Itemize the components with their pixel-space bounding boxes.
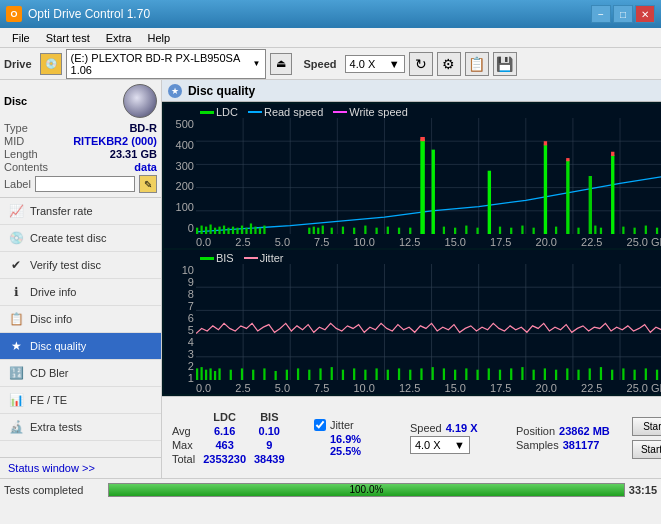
bis-legend-jitter: Jitter bbox=[244, 252, 284, 264]
position-section: Position 23862 MB Samples 381177 bbox=[516, 425, 626, 451]
svg-rect-13 bbox=[196, 228, 198, 234]
minimize-button[interactable]: − bbox=[591, 5, 611, 23]
position-value: 23862 MB bbox=[559, 425, 610, 437]
fe-te-icon: 📊 bbox=[8, 392, 24, 408]
refresh-button[interactable]: ↻ bbox=[409, 52, 433, 76]
menu-bar: File Start test Extra Help bbox=[0, 28, 661, 48]
svg-rect-110 bbox=[488, 368, 490, 380]
label-edit-button[interactable]: ✎ bbox=[139, 175, 157, 193]
create-disc-label: Create test disc bbox=[30, 232, 106, 244]
disc-quality-icon: ★ bbox=[8, 338, 24, 354]
svg-rect-109 bbox=[476, 370, 478, 380]
status-window-button[interactable]: Status window >> bbox=[0, 457, 161, 478]
title-bar: O Opti Drive Control 1.70 − □ ✕ bbox=[0, 0, 661, 28]
settings-button[interactable]: ⚙ bbox=[437, 52, 461, 76]
svg-rect-94 bbox=[308, 370, 310, 380]
position-label: Position bbox=[516, 425, 555, 437]
speed-stat-dropdown[interactable]: 4.0 X ▼ bbox=[410, 436, 470, 454]
svg-rect-25 bbox=[250, 223, 252, 234]
progress-text: 100.0% bbox=[109, 484, 624, 496]
svg-rect-92 bbox=[286, 370, 288, 380]
extra-tests-icon: 🔬 bbox=[8, 419, 24, 435]
svg-rect-61 bbox=[633, 228, 635, 234]
svg-rect-120 bbox=[600, 367, 602, 380]
nav-fe-te[interactable]: 📊 FE / TE bbox=[0, 387, 161, 414]
menu-file[interactable]: File bbox=[4, 30, 38, 46]
close-button[interactable]: ✕ bbox=[635, 5, 655, 23]
cd-bler-icon: 🔢 bbox=[8, 365, 24, 381]
jitter-avg: 16.9% bbox=[330, 433, 404, 445]
svg-rect-19 bbox=[223, 226, 225, 234]
drive-dropdown[interactable]: (E:) PLEXTOR BD-R PX-LB950SA 1.06 ▼ bbox=[66, 49, 266, 79]
eject-button[interactable]: ⏏ bbox=[270, 53, 292, 75]
max-label: Max bbox=[168, 438, 199, 452]
maximize-button[interactable]: □ bbox=[613, 5, 633, 23]
nav-verify-test-disc[interactable]: ✔ Verify test disc bbox=[0, 252, 161, 279]
svg-rect-16 bbox=[209, 225, 211, 234]
nav-extra-tests[interactable]: 🔬 Extra tests bbox=[0, 414, 161, 441]
speed-dropdown[interactable]: 4.0 X ▼ bbox=[345, 55, 405, 73]
menu-start-test[interactable]: Start test bbox=[38, 30, 98, 46]
svg-rect-106 bbox=[443, 368, 445, 380]
svg-rect-104 bbox=[420, 368, 422, 380]
copy-button[interactable]: 📋 bbox=[465, 52, 489, 76]
jitter-checkbox[interactable] bbox=[314, 419, 326, 431]
total-label: Total bbox=[168, 452, 199, 466]
nav-create-test-disc[interactable]: 💿 Create test disc bbox=[0, 225, 161, 252]
svg-rect-35 bbox=[611, 155, 614, 234]
svg-rect-111 bbox=[499, 370, 501, 380]
verify-disc-label: Verify test disc bbox=[30, 259, 101, 271]
status-text: Tests completed bbox=[4, 484, 104, 496]
svg-rect-96 bbox=[331, 367, 333, 380]
svg-rect-17 bbox=[214, 228, 216, 234]
svg-rect-99 bbox=[364, 370, 366, 380]
svg-rect-57 bbox=[577, 228, 579, 234]
svg-rect-101 bbox=[387, 370, 389, 380]
nav-drive-info[interactable]: ℹ Drive info bbox=[0, 279, 161, 306]
avg-label: Avg bbox=[168, 424, 199, 438]
svg-rect-52 bbox=[499, 227, 501, 234]
disc-quality-label: Disc quality bbox=[30, 340, 86, 352]
svg-rect-47 bbox=[409, 228, 411, 234]
disc-info-icon: 📋 bbox=[8, 311, 24, 327]
content-area: ★ Disc quality LDC Read speed bbox=[162, 80, 661, 478]
svg-rect-39 bbox=[322, 226, 324, 234]
speed-label: Speed bbox=[304, 58, 337, 70]
status-bar: Tests completed 100.0% 33:15 bbox=[0, 478, 661, 500]
menu-extra[interactable]: Extra bbox=[98, 30, 140, 46]
nav-disc-info[interactable]: 📋 Disc info bbox=[0, 306, 161, 333]
svg-rect-93 bbox=[297, 368, 299, 380]
svg-rect-26 bbox=[254, 227, 256, 234]
start-full-button[interactable]: Start full bbox=[632, 417, 661, 436]
ldc-legend-ldc: LDC bbox=[200, 106, 238, 118]
label-input[interactable] bbox=[35, 176, 135, 192]
svg-rect-21 bbox=[232, 227, 234, 234]
samples-value: 381177 bbox=[563, 439, 600, 451]
svg-rect-118 bbox=[577, 370, 579, 380]
stats-bar: LDC BIS Avg 6.16 0.10 Max 463 9 Total bbox=[162, 396, 661, 478]
nav-disc-quality[interactable]: ★ Disc quality bbox=[0, 333, 161, 360]
save-button[interactable]: 💾 bbox=[493, 52, 517, 76]
menu-help[interactable]: Help bbox=[139, 30, 178, 46]
svg-rect-30 bbox=[431, 150, 434, 234]
svg-rect-50 bbox=[465, 226, 467, 234]
sidebar: Disc Type BD-R MID RITEKBR2 (000) Length… bbox=[0, 80, 162, 478]
svg-rect-36 bbox=[308, 228, 310, 234]
start-part-button[interactable]: Start part bbox=[632, 440, 661, 459]
svg-rect-20 bbox=[227, 228, 229, 234]
svg-rect-89 bbox=[252, 370, 254, 380]
speed-stat-label: Speed bbox=[410, 422, 442, 434]
nav-transfer-rate[interactable]: 📈 Transfer rate bbox=[0, 198, 161, 225]
svg-rect-59 bbox=[600, 228, 602, 234]
nav-cd-bler[interactable]: 🔢 CD Bler bbox=[0, 360, 161, 387]
svg-rect-85 bbox=[214, 371, 216, 380]
svg-rect-114 bbox=[532, 370, 534, 380]
svg-rect-116 bbox=[555, 370, 557, 380]
app-icon: O bbox=[6, 6, 22, 22]
disc-info-label: Disc info bbox=[30, 313, 72, 325]
svg-rect-122 bbox=[622, 368, 624, 380]
quality-header-icon: ★ bbox=[168, 84, 182, 98]
status-time: 33:15 bbox=[629, 484, 657, 496]
svg-rect-33 bbox=[566, 160, 569, 234]
mid-label: MID bbox=[4, 135, 24, 147]
